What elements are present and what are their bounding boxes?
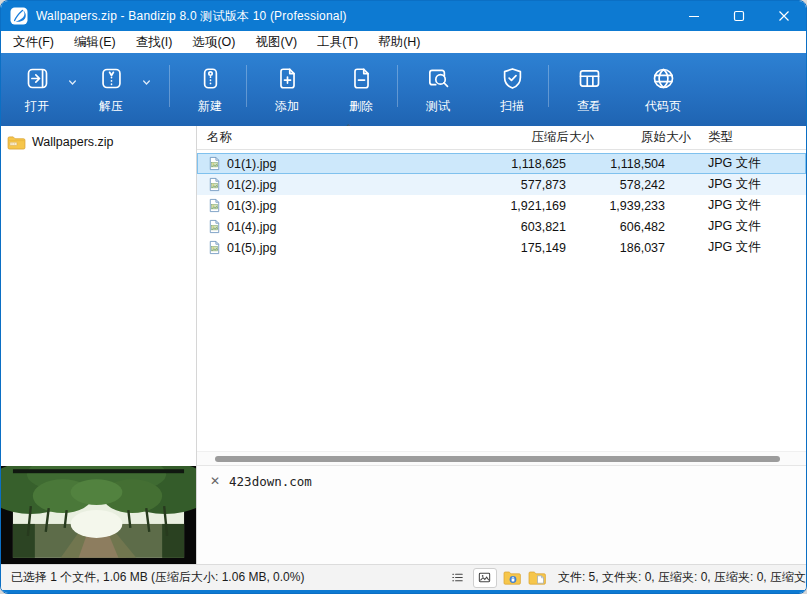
file-row-01(1).jpg[interactable]: 01(1).jpg1,118,6251,118,504JPG 文件	[197, 153, 806, 174]
maximize-icon[interactable]	[716, 1, 761, 31]
jpg-file-icon	[207, 156, 222, 171]
window-bottom-border	[1, 590, 806, 593]
column-header-type[interactable]: 类型	[698, 129, 806, 149]
compressed-size: 1,921,169	[488, 199, 600, 213]
test-button[interactable]: 测试	[412, 61, 464, 118]
add-button[interactable]: 添加	[261, 61, 313, 118]
menu-item-2[interactable]: 编辑(E)	[64, 31, 126, 53]
menu-item-1[interactable]: 文件(F)	[3, 31, 64, 53]
original-size: 186,037	[600, 241, 698, 255]
close-icon[interactable]	[761, 1, 806, 31]
original-size: 1,939,233	[600, 199, 698, 213]
file-type: JPG 文件	[698, 218, 805, 235]
file-row-01(3).jpg[interactable]: 01(3).jpg1,921,1691,939,233JPG 文件	[197, 195, 806, 216]
window-controls	[671, 1, 806, 31]
menu-item-7[interactable]: 帮助(H)	[368, 31, 430, 53]
horizontal-scrollbar-thumb[interactable]	[215, 456, 780, 462]
jpg-file-icon	[207, 177, 222, 192]
list-view-icon[interactable]	[446, 568, 470, 588]
compressed-size: 577,873	[488, 178, 600, 192]
main-area: Wallpapers.zip	[1, 126, 806, 564]
file-list-panel: ˆ 名称 压缩后大小 原始大小 类型 01(1).jpg1,118,6251,1…	[197, 126, 806, 564]
bandizip-logo-icon	[10, 7, 28, 25]
status-bar: 已选择 1 个文件, 1.06 MB (压缩后大小: 1.06 MB, 0.0%…	[1, 564, 806, 590]
menu-item-4[interactable]: 选项(O)	[182, 31, 245, 53]
file-type: JPG 文件	[698, 176, 805, 193]
column-header-compressed-size[interactable]: 压缩后大小	[488, 129, 600, 149]
extract-icon	[98, 65, 125, 95]
folder-copy-icon[interactable]	[528, 570, 547, 586]
new-archive-icon	[197, 65, 224, 95]
comment-close-icon[interactable]: ✕	[210, 474, 220, 489]
jpg-file-icon	[207, 198, 222, 213]
original-size: 1,118,504	[600, 157, 698, 171]
sidebar-item-archive-root[interactable]: Wallpapers.zip	[1, 130, 196, 154]
jpg-file-icon	[207, 219, 222, 234]
delete-button-label: 删除	[349, 98, 373, 115]
sort-ascending-icon: ˆ	[347, 124, 350, 135]
scan-button[interactable]: 扫描	[486, 61, 538, 118]
view-button-label: 查看	[577, 98, 601, 115]
toolbar-separator	[169, 65, 170, 107]
file-row-01(2).jpg[interactable]: 01(2).jpg577,873578,242JPG 文件	[197, 174, 806, 195]
menu-item-3[interactable]: 查找(I)	[126, 31, 183, 53]
toolbar-separator	[246, 65, 247, 107]
file-name: 01(2).jpg	[227, 178, 276, 192]
compressed-size: 603,821	[488, 220, 600, 234]
codepage-button-label: 代码页	[645, 98, 681, 115]
open-button-label: 打开	[25, 98, 49, 115]
codepage-globe-icon	[650, 65, 677, 95]
file-row-01(5).jpg[interactable]: 01(5).jpg175,149186,037JPG 文件	[197, 237, 806, 258]
test-button-label: 测试	[426, 98, 450, 115]
test-archive-icon	[425, 65, 452, 95]
new-button[interactable]: 新建	[184, 61, 236, 118]
menu-item-6[interactable]: 工具(T)	[307, 31, 368, 53]
file-type: JPG 文件	[698, 197, 805, 214]
codepage-button[interactable]: 代码页	[637, 61, 689, 118]
toolbar: 打开解压新建添加删除测试扫描查看代码页	[1, 53, 806, 126]
archive-tree-panel: Wallpapers.zip	[1, 126, 197, 564]
compressed-size: 1,118,625	[488, 157, 600, 171]
file-name: 01(5).jpg	[227, 241, 276, 255]
scan-shield-icon	[499, 65, 526, 95]
scan-button-label: 扫描	[500, 98, 524, 115]
menu-bar: 文件(F)编辑(E)查找(I)选项(O)视图(V)工具(T)帮助(H)	[1, 31, 806, 53]
horizontal-scrollbar[interactable]	[197, 451, 806, 465]
new-button-label: 新建	[198, 98, 222, 115]
file-type: JPG 文件	[698, 155, 805, 172]
file-type: JPG 文件	[698, 239, 805, 256]
open-button[interactable]: 打开	[11, 61, 63, 118]
archive-comment-panel: ✕ 423down.com	[197, 465, 806, 564]
toolbar-separator	[548, 65, 549, 107]
preview-image	[1, 466, 196, 564]
view-button[interactable]: 查看	[563, 61, 615, 118]
chevron-down-icon[interactable]	[137, 63, 155, 103]
chevron-down-icon[interactable]	[63, 63, 81, 103]
file-name: 01(3).jpg	[227, 199, 276, 213]
selection-summary: 已选择 1 个文件, 1.06 MB (压缩后大小: 1.06 MB, 0.0%…	[11, 569, 304, 586]
window-title: Wallpapers.zip - Bandizip 8.0 测试版本 10 (P…	[36, 8, 347, 25]
original-size: 578,242	[600, 178, 698, 192]
title-bar: Wallpapers.zip - Bandizip 8.0 测试版本 10 (P…	[1, 1, 806, 31]
add-file-icon	[274, 65, 301, 95]
column-header-original-size[interactable]: 原始大小	[600, 129, 698, 149]
jpg-file-icon	[207, 240, 222, 255]
minimize-icon[interactable]	[671, 1, 716, 31]
compressed-size: 175,149	[488, 241, 600, 255]
folder-lock-icon[interactable]	[503, 570, 522, 586]
file-row-01(4).jpg[interactable]: 01(4).jpg603,821606,482JPG 文件	[197, 216, 806, 237]
delete-file-icon	[348, 65, 375, 95]
archive-stats: 文件: 5, 文件夹: 0, 压缩夹: 0, 压缩夹: 0, 压缩文	[558, 569, 806, 586]
view-table-icon	[576, 65, 603, 95]
file-name: 01(1).jpg	[227, 157, 276, 171]
file-name: 01(4).jpg	[227, 220, 276, 234]
image-view-icon[interactable]	[473, 568, 497, 588]
delete-button[interactable]: 删除	[335, 61, 387, 118]
archive-comment-text: 423down.com	[229, 474, 312, 489]
archive-name-label: Wallpapers.zip	[32, 135, 114, 149]
column-header-name[interactable]: 名称	[197, 129, 488, 149]
extract-button[interactable]: 解压	[85, 61, 137, 118]
add-button-label: 添加	[275, 98, 299, 115]
toolbar-separator	[397, 65, 398, 107]
menu-item-5[interactable]: 视图(V)	[246, 31, 308, 53]
